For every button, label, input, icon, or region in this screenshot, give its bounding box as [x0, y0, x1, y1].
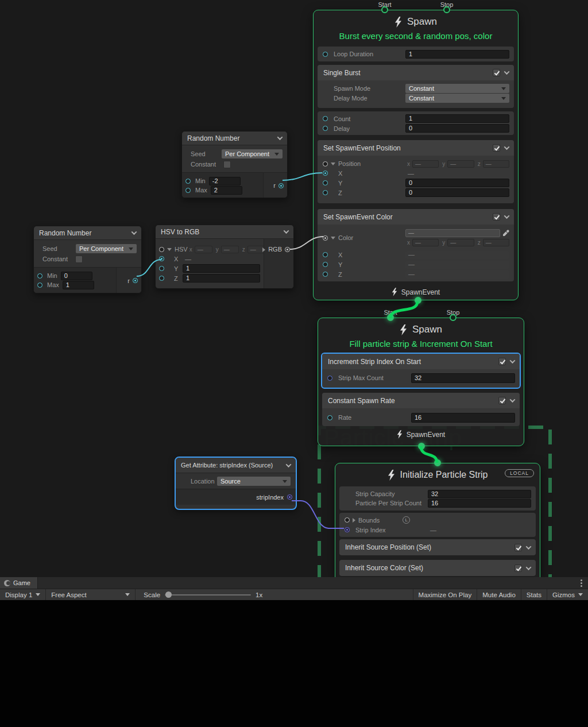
- game-viewport[interactable]: [0, 600, 588, 727]
- flow-input-port-start[interactable]: [381, 6, 388, 13]
- float-input-port[interactable]: [37, 283, 42, 288]
- chevron-down-icon[interactable]: [131, 229, 137, 235]
- chevron-down-icon[interactable]: [504, 144, 510, 150]
- flow-output-port[interactable]: [415, 297, 421, 304]
- delay-mode-dropdown[interactable]: Constant: [405, 94, 509, 103]
- flow-input-port-stop[interactable]: [443, 6, 450, 13]
- value-field[interactable]: 1: [183, 274, 260, 283]
- expander-down-icon[interactable]: [167, 248, 172, 251]
- value-field[interactable]: 16: [428, 499, 531, 508]
- stats-button[interactable]: Stats: [521, 589, 547, 600]
- mini-field[interactable]: —: [447, 160, 474, 168]
- slider-knob[interactable]: [165, 591, 172, 598]
- expander-right-icon[interactable]: [262, 248, 265, 252]
- value-field[interactable]: 1: [405, 114, 509, 123]
- spawn-mode-dropdown[interactable]: Constant: [405, 84, 509, 93]
- get-attribute-node-selected[interactable]: Get Attribute: stripIndex (Source) Locat…: [175, 457, 297, 510]
- block-enabled-checkbox[interactable]: [498, 397, 506, 404]
- block-constant-spawn-rate[interactable]: Constant Spawn Rate Rate 16: [322, 393, 520, 426]
- block-enabled-checkbox[interactable]: [498, 358, 506, 365]
- mini-field[interactable]: —: [412, 239, 439, 246]
- block-enabled-checkbox[interactable]: [514, 564, 522, 572]
- color-input-port-connected[interactable]: [323, 235, 328, 241]
- uint-input-port[interactable]: [327, 376, 332, 381]
- flow-input-port-start-connected[interactable]: [387, 314, 394, 321]
- chevron-down-icon[interactable]: [510, 358, 516, 363]
- float-input-port[interactable]: [323, 262, 328, 267]
- mini-field[interactable]: —: [447, 239, 474, 246]
- chevron-down-icon[interactable]: [526, 564, 532, 570]
- mini-field[interactable]: —: [483, 160, 509, 168]
- mini-field[interactable]: —: [412, 160, 439, 168]
- mini-field[interactable]: —: [221, 246, 239, 253]
- vector-input-port[interactable]: [323, 161, 328, 167]
- block-set-spawnevent-position[interactable]: Set SpawnEvent Position Position x— y— z…: [318, 140, 514, 203]
- seed-dropdown[interactable]: Per Component: [222, 149, 283, 158]
- float-input-port[interactable]: [323, 252, 328, 257]
- block-strip-settings[interactable]: Strip Capacity 32 Particle Per Strip Cou…: [339, 486, 536, 511]
- float-input-port-connected[interactable]: [323, 171, 328, 176]
- float-input-port-connected[interactable]: [159, 256, 164, 261]
- graph-canvas[interactable]: Particle Strip Start Stop Spawn Burst ev…: [0, 0, 588, 577]
- value-field[interactable]: 16: [411, 413, 515, 423]
- chevron-down-icon[interactable]: [504, 69, 510, 75]
- constant-checkbox[interactable]: [223, 161, 231, 168]
- block-inherit-source-color[interactable]: Inherit Source Color (Set): [339, 560, 536, 576]
- float-input-port[interactable]: [323, 52, 328, 57]
- chevron-down-icon[interactable]: [504, 213, 510, 219]
- block-enabled-checkbox[interactable]: [514, 544, 522, 551]
- block-count-delay[interactable]: Count 1 Delay 0: [318, 111, 514, 135]
- hsv-to-rgb-node[interactable]: HSV to RGB HSV x— y— z— X —: [155, 225, 294, 289]
- value-field[interactable]: 32: [428, 490, 531, 498]
- float-input-port[interactable]: [323, 116, 328, 121]
- uint-output-port-connected[interactable]: [287, 494, 292, 500]
- float-input-port[interactable]: [323, 180, 328, 185]
- block-set-spawnevent-color[interactable]: Set SpawnEvent Color Color —: [318, 209, 514, 281]
- block-enabled-checkbox[interactable]: [493, 144, 500, 152]
- float-input-port[interactable]: [327, 415, 332, 420]
- chevron-down-icon[interactable]: [277, 134, 283, 140]
- float-input-port[interactable]: [37, 273, 42, 279]
- expander-down-icon[interactable]: [331, 237, 335, 239]
- float-input-port[interactable]: [185, 188, 191, 193]
- eyedropper-icon[interactable]: [502, 230, 509, 237]
- value-field[interactable]: 1: [405, 50, 509, 59]
- aabox-input-port[interactable]: [345, 517, 350, 523]
- expander-down-icon[interactable]: [331, 163, 335, 165]
- kebab-menu-icon[interactable]: [581, 582, 582, 584]
- float-input-port[interactable]: [159, 276, 164, 281]
- spawn-burst-context[interactable]: Start Stop Spawn Burst every second & ra…: [313, 10, 519, 300]
- random-number-position-node[interactable]: Random Number Seed Per Component Constan…: [181, 131, 288, 198]
- flow-input-port-connected[interactable]: [434, 459, 441, 466]
- value-field[interactable]: 1: [63, 281, 94, 289]
- value-field[interactable]: 2: [211, 186, 242, 195]
- float-output-port-connected[interactable]: [278, 183, 284, 188]
- chevron-down-icon[interactable]: [284, 228, 289, 234]
- spawn-strip-context[interactable]: Start Stop Spawn Fill particle strip & I…: [318, 318, 524, 446]
- uint-input-port-connected[interactable]: [345, 527, 350, 532]
- value-field[interactable]: 0: [61, 272, 92, 280]
- block-inherit-source-position[interactable]: Inherit Source Position (Set): [339, 539, 536, 555]
- location-dropdown[interactable]: Source: [217, 477, 291, 486]
- mini-field[interactable]: —: [195, 246, 212, 253]
- float-input-port[interactable]: [185, 179, 191, 184]
- block-enabled-checkbox[interactable]: [493, 69, 500, 76]
- expander-right-icon[interactable]: [353, 518, 355, 523]
- chevron-down-icon[interactable]: [526, 544, 532, 550]
- float-input-port[interactable]: [323, 272, 328, 277]
- flow-input-port-stop[interactable]: [450, 314, 457, 321]
- block-increment-strip-index-selected[interactable]: Increment Strip Index On Start Strip Max…: [321, 353, 521, 389]
- value-field[interactable]: 32: [411, 373, 515, 383]
- mini-field[interactable]: —: [483, 239, 509, 246]
- chevron-down-icon[interactable]: [286, 462, 292, 467]
- display-dropdown[interactable]: Display 1: [0, 589, 46, 600]
- seed-dropdown[interactable]: Per Component: [76, 244, 137, 253]
- value-field[interactable]: -2: [209, 177, 241, 185]
- chevron-down-icon[interactable]: [510, 397, 516, 403]
- float-input-port[interactable]: [323, 190, 328, 195]
- block-single-burst[interactable]: Single Burst Spawn Mode Constant: [318, 65, 514, 108]
- float-output-port-connected[interactable]: [133, 278, 138, 283]
- slider-track[interactable]: [165, 594, 251, 595]
- color-output-port-connected[interactable]: [285, 247, 290, 252]
- local-space-badge[interactable]: LOCAL: [505, 469, 534, 477]
